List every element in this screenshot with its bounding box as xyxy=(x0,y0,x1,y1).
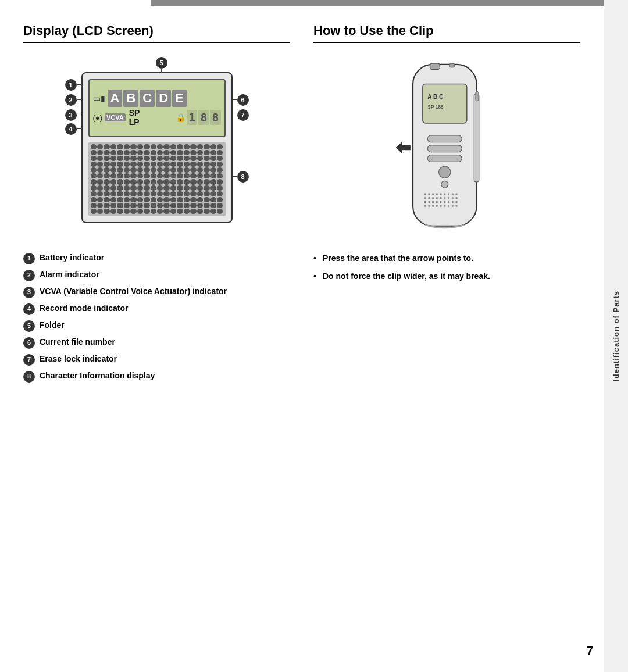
grille-dot xyxy=(117,179,123,184)
svg-point-16 xyxy=(431,193,433,195)
grille-dot xyxy=(217,197,223,202)
grille-dot xyxy=(117,197,123,202)
lcd-row2: (●) VCVA SPLP 🔒 1 8 8 xyxy=(93,108,221,127)
grille-dot xyxy=(204,185,209,191)
label-text-3: VCVA (Variable Control Voice Actuator) i… xyxy=(40,286,290,298)
label-text-1: Battery indicator xyxy=(40,252,290,264)
grille-dot xyxy=(217,167,223,173)
grille-dot xyxy=(157,203,163,208)
lcd-digit-1: 1 xyxy=(187,110,197,125)
grille-dot xyxy=(217,162,223,167)
grille-dot xyxy=(110,167,116,173)
svg-point-29 xyxy=(447,197,449,199)
grille-dot xyxy=(97,179,103,184)
grille-dot xyxy=(91,185,97,191)
label-text-5: Folder xyxy=(40,320,290,331)
label-num-4: 4 xyxy=(23,303,35,315)
grille-dot xyxy=(157,191,163,196)
grille-dot xyxy=(110,162,116,167)
grille-dot xyxy=(190,173,196,178)
grille-dot xyxy=(210,185,216,191)
grille-dot xyxy=(170,162,176,167)
grille-dot xyxy=(110,203,116,208)
grille-dot xyxy=(117,185,123,191)
grille-dot xyxy=(137,197,143,202)
grille-dot xyxy=(210,191,216,196)
grille-dot xyxy=(151,144,156,149)
grille-dot xyxy=(151,185,156,191)
grille-dot xyxy=(184,191,190,196)
grille-dot xyxy=(163,167,169,173)
grille-dot xyxy=(91,156,97,161)
callout-3: 3 xyxy=(65,109,77,121)
grille-dot xyxy=(130,144,136,149)
grille-dot xyxy=(97,167,103,173)
grille-dot xyxy=(170,173,176,178)
grille-dot xyxy=(157,156,163,161)
svg-point-18 xyxy=(440,193,441,195)
svg-point-21 xyxy=(451,193,453,195)
svg-rect-11 xyxy=(427,155,462,162)
grille-dot xyxy=(163,179,169,184)
sidebar-label: Identification of Parts xyxy=(612,291,620,381)
grille-dot xyxy=(217,185,223,191)
grille-dot xyxy=(170,150,176,155)
callout-4-line xyxy=(77,128,81,129)
grille-dot xyxy=(197,197,203,202)
grille-dot xyxy=(137,173,143,178)
lcd-row1: ▭▮ A B C D E xyxy=(93,90,221,107)
folder-a: A xyxy=(108,90,123,107)
svg-point-22 xyxy=(455,193,457,195)
grille-dot xyxy=(130,162,136,167)
grille-dot xyxy=(217,144,223,149)
svg-point-34 xyxy=(431,201,433,203)
svg-point-35 xyxy=(436,201,437,203)
grille-dot xyxy=(204,209,209,214)
grille-dot xyxy=(124,185,130,191)
grille-dot xyxy=(130,197,136,202)
grille-dot xyxy=(157,173,163,178)
grille-dot xyxy=(170,191,176,196)
device-body: ▭▮ A B C D E (●) xyxy=(81,72,233,223)
lcd-digit-3: 8 xyxy=(210,110,220,125)
grille-dot xyxy=(217,173,223,178)
grille-dot xyxy=(163,185,169,191)
grille-dot xyxy=(190,162,196,167)
label-text-8: Character Information display xyxy=(40,370,290,382)
grille-dot xyxy=(97,203,103,208)
grille-dot xyxy=(124,144,130,149)
grille-dot xyxy=(190,191,196,196)
grille-dot xyxy=(91,209,97,214)
folder-c: C xyxy=(140,90,155,107)
bullet-item-1: Press the area that the arrow points to. xyxy=(313,252,580,264)
svg-point-24 xyxy=(428,197,430,199)
svg-point-27 xyxy=(440,197,441,199)
grille-dot xyxy=(91,144,97,149)
grille-dot xyxy=(163,156,169,161)
grille-dot xyxy=(151,173,156,178)
grille-dot xyxy=(210,162,216,167)
label-num-8: 8 xyxy=(23,371,35,383)
grille-dot xyxy=(137,156,143,161)
grille-dot xyxy=(190,144,196,149)
grille-dot xyxy=(104,209,109,214)
grille-dot xyxy=(197,162,203,167)
grille-dot xyxy=(204,167,209,173)
grille-dot xyxy=(157,179,163,184)
grille-dot xyxy=(124,179,130,184)
svg-point-46 xyxy=(444,205,445,207)
grille-dot xyxy=(144,185,149,191)
lock-icon: 🔒 xyxy=(176,113,185,122)
grille-dot xyxy=(177,185,183,191)
grille-dot xyxy=(137,162,143,167)
callout-3-line xyxy=(77,115,81,115)
callout-2-line xyxy=(77,99,81,100)
grille-dot xyxy=(130,167,136,173)
label-text-6: Current file number xyxy=(40,337,290,348)
grille-dot xyxy=(104,203,109,208)
svg-marker-6 xyxy=(395,142,410,153)
grille-dot xyxy=(110,191,116,196)
grille-dot xyxy=(163,191,169,196)
grille-dot xyxy=(104,156,109,161)
grille-dot xyxy=(210,173,216,178)
